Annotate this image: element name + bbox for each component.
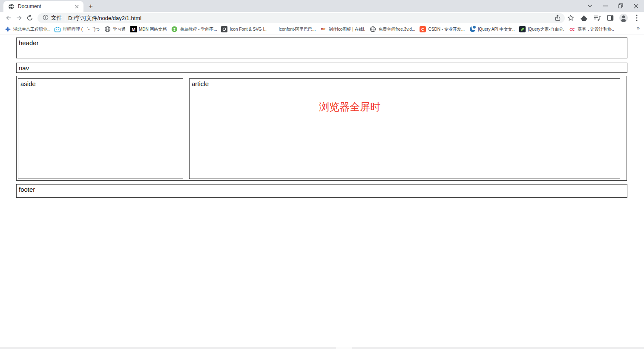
header-label: header xyxy=(17,38,627,46)
leaf-icon xyxy=(519,26,526,33)
media-controls-icon[interactable] xyxy=(592,13,602,23)
mockplus-cc-icon: CC xyxy=(569,26,575,33)
nav-box: nav xyxy=(16,63,627,73)
bookmark-star-icon[interactable] xyxy=(566,13,575,23)
info-circle-icon[interactable] xyxy=(43,14,49,22)
bookmark-item[interactable]: 菜鸟教程 - 学的不... xyxy=(171,26,217,33)
share-icon[interactable] xyxy=(553,13,562,23)
new-tab-button[interactable]: + xyxy=(86,2,95,11)
window-minimize-button[interactable] xyxy=(598,0,612,12)
bookmark-label: jQuery API 中文文... xyxy=(478,26,515,32)
iconfont-icon xyxy=(271,26,277,32)
bookmark-item[interactable]: jQuery API 中文文... xyxy=(469,26,515,33)
footer-label: footer xyxy=(17,185,627,193)
bookmark-item[interactable]: M MDN 网络文档 xyxy=(130,26,167,33)
omnibox-separator xyxy=(65,15,65,21)
bookmark-label: 学习通 xyxy=(113,26,126,32)
bookmark-item[interactable]: 哔哩哔哩 ( ゜-゜)つ... xyxy=(54,26,100,33)
taskbar-edge xyxy=(0,347,644,349)
bookmark-label: CSDN - 专业开发... xyxy=(428,26,465,32)
tab-close-icon[interactable] xyxy=(73,3,80,10)
window-restore-button[interactable] xyxy=(613,0,628,12)
bookmark-item[interactable]: 学习通 xyxy=(104,26,126,33)
taskbar-edge-highlight xyxy=(336,347,352,349)
bookmark-item[interactable]: 湖北生态工程职业... xyxy=(4,26,50,33)
aside-label: aside xyxy=(18,79,183,87)
bookmark-label: jQuery之家-自由分... xyxy=(528,26,564,32)
bookmark-label: 摹客，让设计和协... xyxy=(578,26,614,32)
bilibili-icon xyxy=(54,26,61,33)
tab-title: Document xyxy=(18,3,73,9)
compass-icon xyxy=(4,26,11,33)
runoob-icon xyxy=(171,26,178,33)
extensions-puzzle-icon[interactable] xyxy=(579,13,589,23)
svg-text:M: M xyxy=(132,27,135,32)
tab-favicon-globe-icon xyxy=(8,3,14,10)
bookmark-item[interactable]: CC 摹客，让设计和协... xyxy=(569,26,614,33)
bookmark-item[interactable]: jQuery之家-自由分... xyxy=(519,26,564,33)
bookmark-item[interactable]: Icon Font & SVG I... xyxy=(221,26,267,33)
back-arrow-icon[interactable] xyxy=(3,13,14,23)
svg-text:C: C xyxy=(421,27,424,32)
url-text[interactable]: D:/学习文件/node/day2/1.html xyxy=(68,14,141,22)
article-message: 浏览器全屏时 xyxy=(190,100,510,114)
kebab-menu-icon[interactable] xyxy=(632,13,641,23)
aside-box: aside xyxy=(18,78,183,179)
tab-strip: Document + xyxy=(0,0,644,12)
csdn-icon: C xyxy=(420,26,426,33)
browser-toolbar: 文件 D:/学习文件/node/day2/1.html xyxy=(0,12,644,24)
bookmark-label: 哔哩哔哩 ( ゜-゜)つ... xyxy=(63,26,100,32)
address-bar[interactable]: 文件 D:/学习文件/node/day2/1.html xyxy=(37,13,565,23)
jquery-icon xyxy=(469,26,476,33)
bookmark-item[interactable]: C CSDN - 专业开发... xyxy=(420,26,465,33)
mdn-icon: M xyxy=(130,26,137,33)
reload-icon[interactable] xyxy=(25,13,35,23)
bookmark-label: 制作ico图标 | 在线i... xyxy=(329,26,365,32)
browser-tab[interactable]: Document xyxy=(3,1,83,12)
page-viewport: header nav aside article 浏览器全屏时 footer @… xyxy=(0,35,644,349)
bookmark-item[interactable]: 免费空间free.3v.d... xyxy=(370,26,415,33)
globe-icon xyxy=(104,26,111,33)
bookmark-label: iconfont-阿里巴巴... xyxy=(279,26,316,32)
globe-icon xyxy=(370,26,377,33)
bookmark-label: 湖北生态工程职业... xyxy=(13,26,50,32)
bitbug-icon: Bit xyxy=(320,26,327,33)
bookmark-label: 菜鸟教程 - 学的不... xyxy=(180,26,217,32)
side-panel-icon[interactable] xyxy=(606,13,615,23)
footer-box: footer xyxy=(16,184,627,198)
bookmarks-bar: 湖北生态工程职业... 哔哩哔哩 ( ゜-゜)つ... 学习通 M MDN 网络… xyxy=(0,24,644,35)
bookmark-label: 免费空间free.3v.d... xyxy=(379,26,415,32)
header-box: header xyxy=(16,37,627,58)
profile-avatar[interactable] xyxy=(619,13,628,23)
article-label: article xyxy=(190,79,620,87)
bookmark-item[interactable]: iconfont-阿里巴巴... xyxy=(271,26,316,32)
article-box: article 浏览器全屏时 xyxy=(189,78,620,179)
bookmark-label: Icon Font & SVG I... xyxy=(230,27,267,32)
bookmark-item[interactable]: Bit 制作ico图标 | 在线i... xyxy=(320,26,365,33)
url-scheme-label: 文件 xyxy=(51,14,62,22)
nav-label: nav xyxy=(17,63,627,72)
window-close-button[interactable] xyxy=(629,0,643,12)
icomoon-icon xyxy=(221,26,228,33)
forward-arrow-icon[interactable] xyxy=(14,13,24,23)
bookmark-label: MDN 网络文档 xyxy=(139,26,167,32)
tab-search-chevron-icon[interactable] xyxy=(583,0,597,12)
bookmarks-overflow-chevron[interactable]: » xyxy=(637,25,640,31)
